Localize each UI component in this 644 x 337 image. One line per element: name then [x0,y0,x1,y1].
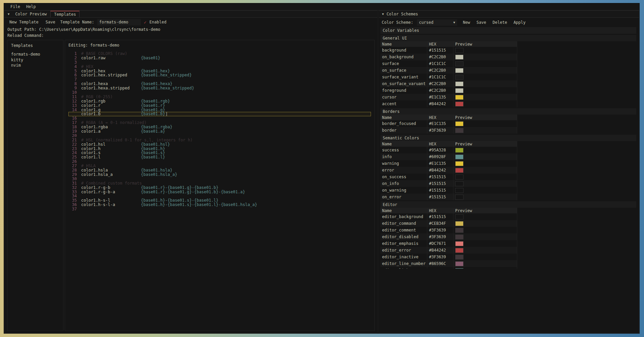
color-variable-row[interactable]: on_surface_varuant #C2C2B0 [380,80,517,87]
color-swatch[interactable] [455,168,464,173]
editor-line[interactable]: 4 # HEX | [68,65,371,69]
output-path-value[interactable]: C:\Users\user\AppData\Roaming\clrsync\fo… [39,27,160,32]
color-swatch[interactable] [455,241,464,246]
color-variable-row[interactable]: editor_disabled #3F3639 [380,233,517,240]
collapse-arrow-icon[interactable]: ▼ [380,12,386,16]
scheme-action-button[interactable]: New [461,20,472,25]
color-swatch[interactable] [455,248,464,253]
color-variable-row[interactable]: editor_comment #3F3639 [380,227,517,233]
editor-code-area[interactable]: 1 # BASE COLORS (raw) | 2 [68,52,371,328]
editor-line[interactable]: 13 color1.r {base01.r} | [68,104,371,108]
new-template-button[interactable]: New Template [7,19,41,25]
template-list-item[interactable]: formats-demo [11,52,59,57]
color-variable-row[interactable]: on_success #151515 [380,174,517,180]
template-name-input[interactable]: formats-demo [97,19,141,25]
color-variable-row[interactable]: editor_inactive #3F3639 [380,254,517,260]
color-swatch[interactable] [455,228,464,233]
color-swatch[interactable] [455,61,464,66]
template-list-item[interactable]: kitty [11,57,59,63]
editor-line[interactable]: 31 # Combined custom formats | [68,181,371,186]
color-swatch[interactable] [455,88,464,93]
color-variable-row[interactable]: on_info #151515 [380,180,517,187]
color-variable-row[interactable]: warning #E1C135 [380,160,517,167]
color-scheme-dropdown[interactable]: cursed ▼ [417,19,457,26]
color-variable-row[interactable]: border #3F3639 [380,127,517,134]
editor-line[interactable]: 1 # BASE COLORS (raw) | [68,52,371,56]
editor-line[interactable]: 18 color1.rgba {base01.rgba} | [68,125,371,129]
color-swatch[interactable] [455,55,464,60]
editor-line[interactable]: 33 color1.r-g-b-a {base01.r}-{base01.g}-… [68,190,371,194]
color-swatch[interactable] [455,154,464,159]
color-swatch[interactable] [455,75,464,80]
color-variable-row[interactable]: editor_emphasis #DC7671 [380,240,517,247]
menu-item[interactable]: Help [23,4,39,9]
color-swatch[interactable] [455,188,464,193]
color-variable-row[interactable]: success #95A328 [380,147,517,153]
scheme-action-button[interactable]: Apply [512,20,528,25]
editor-line[interactable]: 36 color1.h-s-l-a {base01.h}-{base01.s}-… [68,203,371,207]
editor-line[interactable]: 7 | [68,77,371,82]
color-variable-row[interactable]: accent #B44242 [380,100,517,107]
color-variable-row[interactable]: surface #1C1C1C [380,60,517,67]
color-variable-row[interactable]: editor_error #B44242 [380,247,517,254]
color-swatch[interactable] [455,195,464,200]
editor-line[interactable]: 17 # RGBA (A = 0-1 normalized) | [68,121,371,125]
enabled-checkbox[interactable]: ✓ [144,20,147,25]
color-variable-row[interactable]: foreground #C2C2B0 [380,87,517,94]
editor-line[interactable]: 29 color1.hsla_a {base01.hsla_a} | [68,173,371,177]
editor-line[interactable]: 22 color1.hsl {base01.hsl} | [68,142,371,147]
editor-line[interactable]: 6 color1.hex.stripped {base01.hex_stripp… [68,73,371,77]
editor-line[interactable]: 10 | [68,90,371,95]
color-variable-row[interactable]: on_error #151515 [380,194,517,200]
color-swatch[interactable] [455,255,464,260]
color-swatch[interactable] [455,261,464,266]
scheme-action-button[interactable]: Save [475,20,488,25]
section-header[interactable]: Semantic Colors [380,135,636,141]
editor-line[interactable]: 11 # RGB (0-255) | [68,95,371,99]
color-swatch[interactable] [455,81,464,86]
section-header[interactable]: General UI [380,35,636,41]
scheme-action-button[interactable]: Delete [491,20,509,25]
color-swatch[interactable] [455,175,464,180]
color-variables-header[interactable]: Color Variables [380,27,636,34]
color-swatch[interactable] [455,121,464,126]
editor-line[interactable]: 26 | [68,159,371,164]
color-swatch[interactable] [455,102,464,107]
tab[interactable]: Templates [50,11,79,17]
color-swatch[interactable] [455,268,464,269]
color-swatch[interactable] [455,234,464,240]
section-header[interactable]: Borders [380,108,636,115]
editor-line[interactable]: 15 color1.b {base01.b} | [68,112,371,116]
color-variable-row[interactable]: editor_command #CEB34F [380,220,517,227]
editor-line[interactable]: 27 # HSLA | [68,164,371,168]
editor-line[interactable]: 9 color1.hexa.stripped {base01.hexa_stri… [68,86,371,90]
color-swatch[interactable] [455,68,464,73]
editor-line[interactable]: 2 color1.raw {base01} | [68,56,371,60]
editor-line[interactable]: 32 color1.r-g-b {base01.r}-{base01.g}-{b… [68,186,371,190]
editor-line[interactable]: 24 color1.s {base01.s} | [68,151,371,155]
color-variable-row[interactable]: on_warning #151515 [380,187,517,194]
editor-line[interactable]: 34 | [68,194,371,198]
section-header[interactable]: Editor [380,201,636,208]
editor-line[interactable]: 25 color1.l {base01.l} | [68,155,371,159]
color-swatch[interactable] [455,48,464,53]
color-variable-row[interactable]: border_focused #E1C135 [380,120,517,127]
editor-line[interactable]: 37 | [68,207,371,211]
color-variable-row[interactable]: info #60928F [380,153,517,160]
color-swatch[interactable] [455,221,464,226]
editor-line[interactable]: 23 color1.h {base01.h} | [68,147,371,151]
color-variable-row[interactable]: surface_variant #1C1C1C [380,74,517,80]
editor-line[interactable]: 30 | [68,177,371,181]
color-swatch[interactable] [455,181,464,186]
collapse-arrow-icon[interactable]: ▼ [6,12,11,16]
color-variable-row[interactable]: editor_background #151515 [380,213,517,220]
template-list-item[interactable]: nvim [11,63,59,68]
editor-line[interactable]: 20 | [68,134,371,138]
color-variable-row[interactable]: on_surface #C2C2B0 [380,67,517,74]
save-template-button[interactable]: Save [44,19,57,25]
color-variable-row[interactable]: editor_link #60928F [380,267,517,269]
color-variable-row[interactable]: editor_line_number #86596C [380,260,517,267]
editor-line[interactable]: 21 # HSL (normalized 0-1 for s,l, intege… [68,138,371,142]
editor-line[interactable]: 3 | [68,60,371,65]
editor-line[interactable]: 14 color1.g {base01.g} | [68,108,371,112]
